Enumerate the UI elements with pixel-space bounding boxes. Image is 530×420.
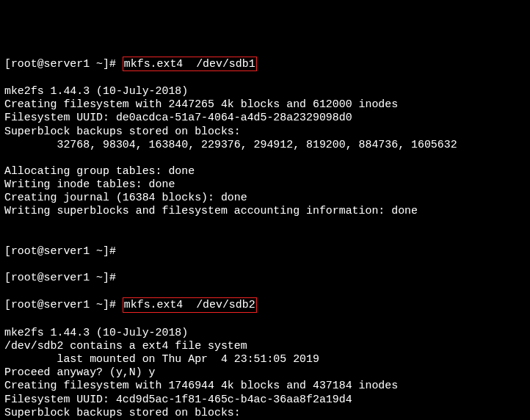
terminal-line: [root@server1 ~]# mkfs.ext4 /dev/sdb2 (4, 297, 526, 312)
highlighted-command-2: mkfs.ext4 /dev/sdb2 (123, 297, 257, 312)
terminal-output-line: mke2fs 1.44.3 (10-July-2018) (4, 84, 526, 98)
terminal-output-line: mke2fs 1.44.3 (10-July-2018) (4, 326, 526, 339)
terminal-output-line: Writing inode tables: done (4, 178, 526, 191)
terminal-output-line: Superblock backups stored on blocks: (4, 406, 526, 419)
terminal-output-line: Creating filesystem with 1746944 4k bloc… (4, 379, 526, 392)
terminal-output-line: Proceed anyway? (y,N) y (4, 366, 526, 379)
terminal-line: [root@server1 ~]# mkfs.ext4 /dev/sdb1 (4, 57, 526, 71)
terminal-output-line: Creating journal (16384 blocks): done (4, 191, 526, 204)
terminal-output-line: 32768, 98304, 163840, 229376, 294912, 81… (4, 138, 526, 151)
terminal-output-line: Writing superblocks and filesystem accou… (4, 204, 526, 217)
terminal-output-line: /dev/sdb2 contains a ext4 file system (4, 339, 526, 352)
terminal-output-line: Creating filesystem with 2447265 4k bloc… (4, 98, 526, 111)
terminal-output-line: Filesystem UUID: de0acdca-51a7-4064-a4d5… (4, 111, 526, 124)
terminal-output-line: last mounted on Thu Apr 4 23:51:05 2019 (4, 352, 526, 366)
terminal-output-line: Allocating group tables: done (4, 164, 526, 178)
highlighted-command-1: mkfs.ext4 /dev/sdb1 (123, 57, 257, 71)
prompt: [root@server1 ~]# (4, 299, 123, 311)
terminal-output-line (4, 151, 526, 164)
prompt: [root@server1 ~]# (4, 58, 123, 70)
terminal-line: [root@server1 ~]# (4, 245, 526, 258)
terminal-line: [root@server1 ~]# (4, 271, 526, 284)
terminal-output-line: Filesystem UUID: 4cd9d5ac-1f81-465c-b4ac… (4, 393, 526, 406)
terminal-output-line (4, 218, 526, 231)
terminal-output-line: Superblock backups stored on blocks: (4, 125, 526, 138)
